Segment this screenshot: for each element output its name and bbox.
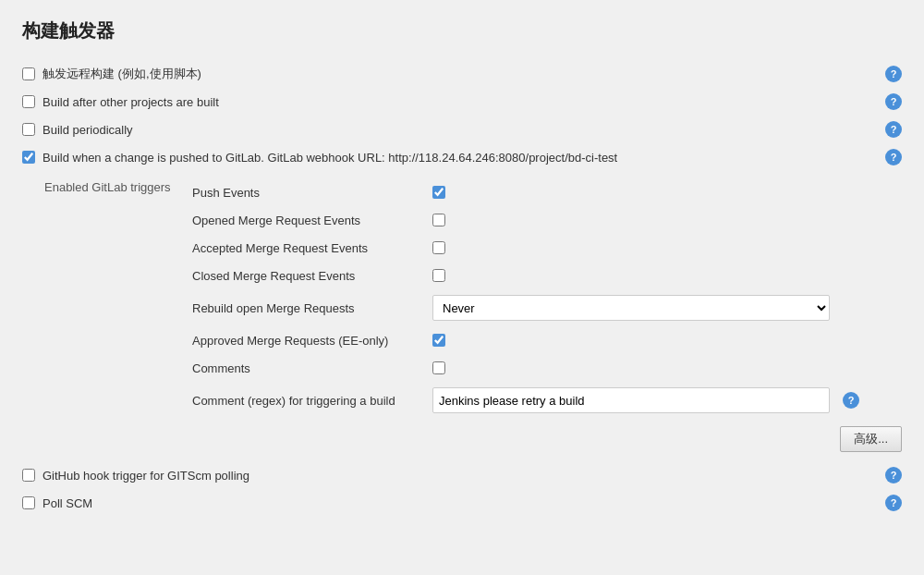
trigger-row-github-hook: GitHub hook trigger for GITScm polling ? <box>22 461 902 489</box>
opened-merge-checkbox[interactable] <box>432 214 445 226</box>
advanced-button-row: 高级... <box>192 426 902 452</box>
trigger-option-rebuild-open: Rebuild open Merge Requests Never On pus… <box>192 289 902 326</box>
gitlab-push-label: Build when a change is pushed to GitLab.… <box>43 151 878 165</box>
push-events-checkbox[interactable] <box>432 186 445 199</box>
rebuild-select[interactable]: Never On push to source branch On push t… <box>432 295 830 321</box>
comment-regex-input[interactable] <box>432 387 830 413</box>
trigger-row-after-other: Build after other projects are built ? <box>22 88 902 116</box>
approved-merge-checkbox[interactable] <box>432 334 445 347</box>
approved-merge-control <box>432 334 445 347</box>
rebuild-open-label: Rebuild open Merge Requests <box>192 301 432 315</box>
gitlab-push-checkbox[interactable] <box>22 151 35 164</box>
periodically-help-icon[interactable]: ? <box>885 121 902 138</box>
comment-regex-row: Comment (regex) for triggering a build ? <box>192 382 902 419</box>
trigger-row-remote: 触发远程构建 (例如,使用脚本) ? <box>22 60 902 88</box>
advanced-button[interactable]: 高级... <box>840 426 902 452</box>
closed-merge-checkbox[interactable] <box>432 269 445 282</box>
trigger-option-push-events: Push Events <box>192 178 902 206</box>
opened-merge-label: Opened Merge Request Events <box>192 214 432 227</box>
trigger-row-poll-scm: Poll SCM ? <box>22 489 902 517</box>
periodically-label: Build periodically <box>43 123 878 137</box>
poll-scm-label: Poll SCM <box>43 496 878 510</box>
push-events-control <box>432 186 445 199</box>
accepted-merge-control <box>432 241 445 254</box>
trigger-option-opened-merge: Opened Merge Request Events <box>192 206 902 234</box>
accepted-merge-checkbox[interactable] <box>432 241 445 254</box>
after-other-help-icon[interactable]: ? <box>885 93 902 110</box>
poll-scm-checkbox[interactable] <box>22 496 35 509</box>
bottom-triggers: GitHub hook trigger for GITScm polling ?… <box>22 461 902 517</box>
remote-trigger-checkbox[interactable] <box>22 67 35 80</box>
gitlab-triggers-container: Enabled GitLab triggers Push Events Open… <box>44 178 902 452</box>
gitlab-triggers-label: Enabled GitLab triggers <box>44 178 192 194</box>
closed-merge-label: Closed Merge Request Events <box>192 269 432 283</box>
remote-trigger-label: 触发远程构建 (例如,使用脚本) <box>43 66 878 82</box>
opened-merge-control <box>432 214 445 226</box>
github-hook-label: GitHub hook trigger for GITScm polling <box>43 469 878 483</box>
comment-regex-help-icon[interactable]: ? <box>843 392 859 409</box>
gitlab-triggers-content: Push Events Opened Merge Request Events … <box>192 178 902 452</box>
trigger-row-gitlab: Build when a change is pushed to GitLab.… <box>22 143 902 171</box>
comments-control <box>432 361 445 374</box>
comment-regex-controls: ? <box>432 387 859 413</box>
page-container: 构建触发器 触发远程构建 (例如,使用脚本) ? Build after oth… <box>0 0 924 575</box>
github-hook-checkbox[interactable] <box>22 469 35 482</box>
closed-merge-control <box>432 269 445 282</box>
approved-merge-label: Approved Merge Requests (EE-only) <box>192 334 432 348</box>
trigger-option-closed-merge: Closed Merge Request Events <box>192 262 902 289</box>
trigger-row-periodically: Build periodically ? <box>22 116 902 143</box>
trigger-option-accepted-merge: Accepted Merge Request Events <box>192 234 902 262</box>
page-title: 构建触发器 <box>22 18 902 43</box>
remote-trigger-help-icon[interactable]: ? <box>885 66 902 82</box>
trigger-option-approved-merge: Approved Merge Requests (EE-only) <box>192 326 902 354</box>
gitlab-push-help-icon[interactable]: ? <box>885 149 902 165</box>
accepted-merge-label: Accepted Merge Request Events <box>192 241 432 255</box>
push-events-label: Push Events <box>192 186 432 200</box>
comment-regex-label: Comment (regex) for triggering a build <box>192 394 432 408</box>
after-other-checkbox[interactable] <box>22 95 35 108</box>
comments-checkbox[interactable] <box>432 361 445 374</box>
rebuild-open-control: Never On push to source branch On push t… <box>432 295 830 321</box>
gitlab-section: Enabled GitLab triggers Push Events Open… <box>44 178 902 452</box>
trigger-rows: 触发远程构建 (例如,使用脚本) ? Build after other pro… <box>22 60 902 171</box>
comments-label: Comments <box>192 361 432 375</box>
periodically-checkbox[interactable] <box>22 123 35 136</box>
trigger-option-comments: Comments <box>192 354 902 382</box>
after-other-label: Build after other projects are built <box>43 95 878 109</box>
github-hook-help-icon[interactable]: ? <box>885 467 902 483</box>
poll-scm-help-icon[interactable]: ? <box>885 495 902 511</box>
